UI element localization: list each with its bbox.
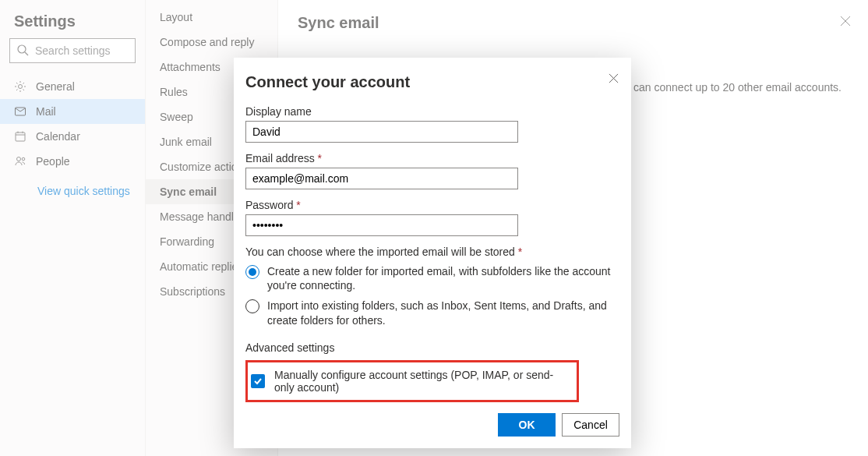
radio-label: Create a new folder for imported email, … [267, 264, 619, 292]
manual-config-row-highlighted: Manually configure account settings (POP… [245, 360, 579, 402]
radio-create-folder[interactable]: Create a new folder for imported email, … [245, 264, 619, 292]
dialog-title: Connect your account [245, 73, 619, 91]
connect-account-dialog: Connect your account Display name Email … [234, 58, 631, 448]
app-root: Settings General Mail Calendar [0, 0, 868, 456]
password-input[interactable] [245, 214, 518, 236]
manual-config-label: Manually configure account settings (POP… [274, 369, 572, 394]
display-name-label: Display name [245, 105, 619, 118]
radio-label: Import into existing folders, such as In… [267, 299, 619, 327]
email-input[interactable] [245, 168, 518, 189]
dialog-button-row: OK Cancel [245, 413, 619, 437]
radio-icon [245, 299, 259, 313]
display-name-input[interactable] [245, 121, 518, 143]
dialog-close-button[interactable] [609, 73, 619, 86]
advanced-settings-label: Advanced settings [245, 341, 619, 354]
radio-icon [245, 265, 259, 279]
cancel-button[interactable]: Cancel [562, 413, 619, 437]
ok-button[interactable]: OK [498, 413, 556, 437]
password-label: Password * [245, 199, 619, 211]
manual-config-checkbox[interactable] [251, 374, 265, 388]
radio-import-existing[interactable]: Import into existing folders, such as In… [245, 299, 619, 327]
storage-label: You can choose where the imported email … [245, 246, 619, 258]
email-label: Email address * [245, 152, 619, 164]
